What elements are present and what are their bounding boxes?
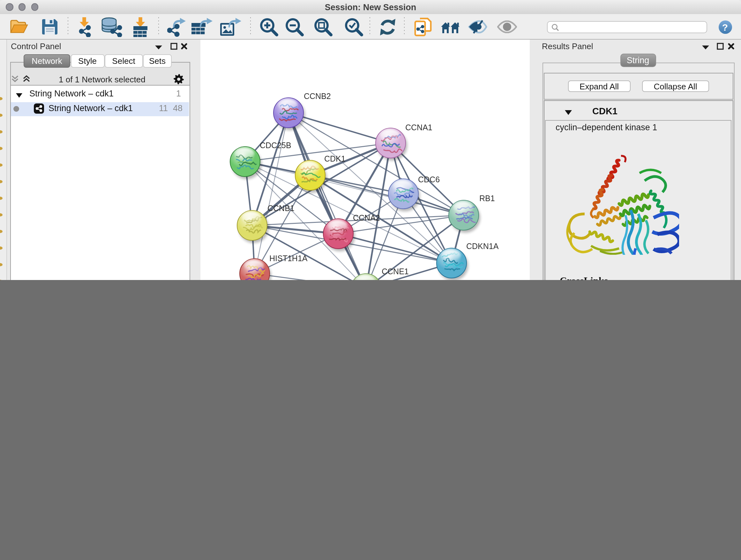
svg-text:CCNE1: CCNE1 — [382, 266, 409, 275]
svg-text:RB1: RB1 — [479, 193, 495, 202]
svg-text:CCNB1: CCNB1 — [267, 203, 294, 212]
svg-text:CCNA2: CCNA2 — [353, 213, 380, 222]
svg-text:CDKN1A: CDKN1A — [466, 241, 499, 250]
svg-text:CDC6: CDC6 — [418, 175, 440, 184]
svg-text:CCNA1: CCNA1 — [405, 123, 432, 132]
svg-text:CCNB2: CCNB2 — [304, 91, 331, 100]
svg-text:HIST1H1A: HIST1H1A — [269, 253, 308, 262]
svg-text:CDC25B: CDC25B — [260, 140, 291, 149]
svg-text:CDK1: CDK1 — [324, 154, 346, 163]
